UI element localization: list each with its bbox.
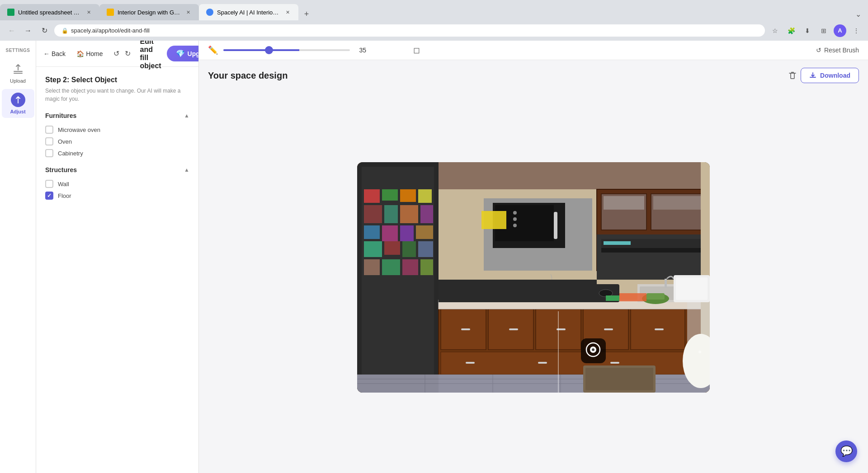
object-item-microwave[interactable]: Microwave oven xyxy=(45,124,189,136)
url-bar[interactable]: 🔒 spacely.ai/app/tool/edit-and-fill xyxy=(54,24,765,37)
svg-rect-57 xyxy=(604,328,613,330)
svg-rect-9 xyxy=(653,196,703,210)
back-label: Back xyxy=(52,50,66,57)
kitchen-image xyxy=(357,162,710,393)
undo-button[interactable]: ↺ xyxy=(113,47,119,61)
object-item-oven[interactable]: Oven xyxy=(45,136,189,147)
object-label-oven: Oven xyxy=(58,138,72,145)
object-label-microwave: Microwave oven xyxy=(58,126,100,133)
svg-rect-0 xyxy=(14,71,23,72)
browser-chrome: Untitled spreadsheet - Goo... ✕ Interior… xyxy=(0,0,868,41)
checkbox-oven[interactable] xyxy=(45,137,53,145)
tab-favicon-1 xyxy=(7,9,14,16)
menu-icon[interactable]: ⋮ xyxy=(850,24,863,37)
svg-rect-15 xyxy=(604,241,631,245)
chat-button[interactable]: 💬 xyxy=(835,440,857,462)
download-browser-icon[interactable]: ⬇ xyxy=(801,24,814,37)
home-button[interactable]: 🏠 Home xyxy=(76,50,103,57)
svg-rect-92 xyxy=(585,368,653,390)
step-description: Select the object you want to change. Ou… xyxy=(45,87,189,103)
home-icon: 🏠 xyxy=(76,50,84,57)
canvas-area: ✏️ 35 ◻ ↺ Reset Brush Your space design xyxy=(199,41,868,473)
tab-close-1[interactable]: ✕ xyxy=(85,9,92,16)
category-structures: Structures ▲ Wall ✓ Floor xyxy=(45,166,189,201)
sidebar-item-upload[interactable]: Upload xyxy=(2,58,34,87)
svg-rect-78 xyxy=(606,295,619,301)
svg-rect-61 xyxy=(538,362,547,364)
category-header-structures[interactable]: Structures ▲ xyxy=(45,166,189,173)
chat-icon: 💬 xyxy=(840,445,853,457)
main-panel: ← Back 🏠 Home ↺ ↻ Edit and fill object 💎… xyxy=(36,41,199,473)
tab-bar: Untitled spreadsheet - Goo... ✕ Interior… xyxy=(0,0,868,20)
object-label-wall: Wall xyxy=(58,181,69,187)
upgrade-label: Upgrade to Pro xyxy=(188,50,199,57)
sidebar: SETTINGS Upload Adjust xyxy=(0,41,36,473)
address-bar: ← → ↻ 🔒 spacely.ai/app/tool/edit-and-fil… xyxy=(0,20,868,41)
tab-overflow-button[interactable]: ⌄ xyxy=(852,8,864,20)
tab-title-2: Interior Design with Generati... xyxy=(118,9,181,16)
svg-rect-74 xyxy=(665,279,667,288)
back-nav-button[interactable]: ← xyxy=(5,24,18,37)
svg-rect-56 xyxy=(557,328,566,330)
redo-button[interactable]: ↻ xyxy=(125,47,131,61)
checkbox-cabinetry[interactable] xyxy=(45,149,53,157)
new-tab-button[interactable]: + xyxy=(300,8,313,20)
svg-rect-82 xyxy=(676,277,708,300)
adjust-label: Adjust xyxy=(10,109,25,114)
app: SETTINGS Upload Adjust xyxy=(0,41,868,473)
step-title: Step 2: Select Object xyxy=(45,76,189,84)
upload-icon xyxy=(11,62,25,76)
svg-rect-8 xyxy=(604,196,644,210)
extensions-icon[interactable]: 🧩 xyxy=(785,24,797,37)
brush-slider[interactable] xyxy=(223,49,350,51)
object-item-cabinetry[interactable]: Cabinetry xyxy=(45,147,189,159)
tab-favicon-3 xyxy=(206,9,213,16)
space-design-title: Your space design xyxy=(208,70,784,81)
download-button[interactable]: Download xyxy=(801,68,859,83)
reload-button[interactable]: ↻ xyxy=(38,24,51,37)
adjust-icon xyxy=(11,93,25,107)
svg-rect-14 xyxy=(601,248,705,253)
sidebar-item-adjust[interactable]: Adjust xyxy=(2,89,34,118)
tab-close-3[interactable]: ✕ xyxy=(284,9,291,16)
panel-content: Step 2: Select Object Select the object … xyxy=(36,67,198,218)
category-header-furnitures[interactable]: Furnitures ▲ xyxy=(45,112,189,119)
tab-favicon-2 xyxy=(107,9,114,16)
object-item-floor[interactable]: ✓ Floor xyxy=(45,190,189,201)
settings-label: SETTINGS xyxy=(5,48,30,53)
delete-button[interactable] xyxy=(784,67,801,84)
object-item-wall[interactable]: Wall xyxy=(45,178,189,190)
svg-rect-54 xyxy=(461,328,470,330)
forward-nav-button[interactable]: → xyxy=(22,24,34,37)
svg-rect-83 xyxy=(439,280,597,302)
svg-rect-59 xyxy=(441,352,708,375)
back-button[interactable]: ← Back xyxy=(43,50,66,57)
svg-rect-21 xyxy=(513,211,517,215)
brush-icon[interactable]: ✏️ xyxy=(208,45,218,55)
diamond-icon: 💎 xyxy=(176,49,185,58)
download-label: Download xyxy=(820,72,850,79)
svg-point-97 xyxy=(592,348,594,351)
checkmark-floor: ✓ xyxy=(47,192,52,199)
tab-interior[interactable]: Interior Design with Generati... ✕ xyxy=(99,4,199,20)
brush-value: 35 xyxy=(354,47,366,54)
profile-avatar[interactable]: A xyxy=(834,24,846,37)
svg-rect-22 xyxy=(513,217,517,221)
checkbox-floor[interactable]: ✓ xyxy=(45,192,53,200)
checkbox-microwave[interactable] xyxy=(45,126,53,134)
reset-brush-label: Reset Brush xyxy=(824,47,859,54)
sidebar-browser-icon[interactable]: ⊞ xyxy=(817,24,830,37)
tab-title-1: Untitled spreadsheet - Goo... xyxy=(18,9,81,16)
tab-close-2[interactable]: ✕ xyxy=(184,9,192,16)
svg-point-99 xyxy=(698,351,701,353)
svg-rect-23 xyxy=(513,224,517,227)
svg-rect-58 xyxy=(655,328,664,330)
erase-icon[interactable]: ◻ xyxy=(413,45,420,55)
tab-spreadsheet[interactable]: Untitled spreadsheet - Goo... ✕ xyxy=(0,4,99,20)
bookmark-icon[interactable]: ☆ xyxy=(769,24,781,37)
svg-rect-60 xyxy=(466,362,475,364)
upgrade-button[interactable]: 💎 Upgrade to Pro xyxy=(167,46,199,61)
tab-spacely[interactable]: Spacely AI | AI Interior Desig... ✕ xyxy=(199,4,298,20)
checkbox-wall[interactable] xyxy=(45,180,53,188)
reset-brush-button[interactable]: ↺ Reset Brush xyxy=(816,47,859,54)
